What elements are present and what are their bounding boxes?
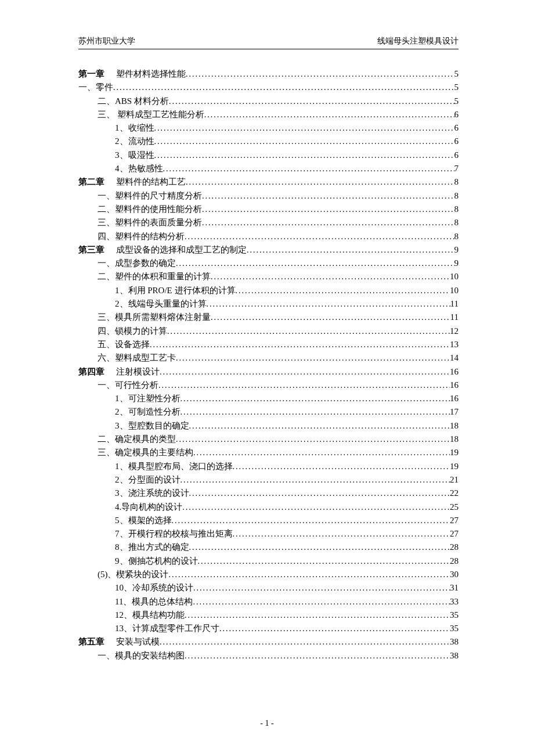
toc-leader-dots	[207, 298, 450, 311]
toc-entry: 3、浇注系统的设计22	[78, 486, 459, 499]
toc-entry-page: 6	[454, 148, 459, 162]
toc-entry: 三、塑料件的表面质量分析8	[78, 215, 459, 229]
toc-entry-label: (5)、楔紧块的设计	[98, 567, 169, 581]
toc-leader-dots	[185, 231, 454, 243]
toc-entry-label: 第一章塑件材料选择性能	[78, 67, 186, 81]
toc-entry-page: 6	[454, 121, 459, 135]
toc-leader-dots	[172, 514, 450, 527]
toc-leader-dots	[193, 582, 450, 595]
toc-entry-page: 8	[454, 175, 459, 189]
toc-entry-label: 第三章成型设备的选择和成型工艺的制定	[78, 243, 247, 257]
toc-entry-page: 10	[450, 283, 459, 297]
toc-entry-page: 33	[450, 595, 459, 609]
toc-entry-page: 8	[454, 202, 459, 216]
toc-leader-dots	[163, 163, 454, 175]
toc-entry-page: 18	[450, 432, 459, 446]
toc-entry-page: 25	[450, 500, 459, 514]
toc-leader-dots	[189, 487, 450, 500]
toc-entry: 1、利用 PRO/E 进行体积的计算10	[78, 283, 459, 297]
toc-entry-label: 2、流动性	[115, 134, 154, 148]
toc-entry: 三、确定模具的主要结构19	[78, 445, 459, 459]
toc-entry-page: 6	[454, 107, 459, 121]
toc-entry-label: 一、零件	[78, 80, 113, 94]
toc-leader-dots	[204, 109, 454, 121]
toc-entry-page: 11	[450, 310, 459, 324]
toc-leader-dots	[154, 122, 454, 135]
toc-leader-dots	[186, 176, 454, 189]
toc-entry: 第一章塑件材料选择性能5	[78, 67, 459, 80]
toc-leader-dots	[211, 271, 450, 283]
toc-entry: 一、可行性分析16	[78, 378, 459, 391]
toc-entry-page: 16	[450, 378, 459, 392]
toc-leader-dots	[169, 95, 454, 108]
toc-leader-dots	[219, 622, 450, 635]
toc-entry: 四、塑料件的结构分析8	[78, 229, 459, 243]
toc-entry: 第四章注射模设计16	[78, 365, 459, 378]
toc-entry-label: 2、可制造性分析	[115, 405, 181, 419]
toc-entry-label: 1、可注塑性分析	[115, 391, 181, 405]
toc-entry: 一、零件5	[78, 80, 459, 93]
toc-entry-page: 8	[454, 215, 459, 229]
toc-entry: 三、 塑料成型工艺性能分析6	[78, 107, 459, 121]
toc-entry-page: 35	[450, 621, 459, 635]
toc-entry-label: 五、设备选择	[98, 337, 150, 351]
toc-leader-dots	[181, 393, 450, 405]
toc-entry-label: 10、冷却系统的设计	[115, 581, 193, 595]
toc-entry: 六、塑料成型工艺卡14	[78, 351, 459, 364]
toc-leader-dots	[150, 339, 450, 351]
toc-entry-page: 27	[450, 527, 459, 541]
toc-entry: 1、可注塑性分析16	[78, 391, 459, 405]
toc-leader-dots	[202, 203, 454, 216]
toc-leader-dots	[236, 285, 450, 297]
toc-entry-label: 9、侧抽芯机构的设计	[115, 554, 198, 568]
toc-entry: (5)、楔紧块的设计30	[78, 567, 459, 581]
toc-entry-label: 三、塑料件的表面质量分析	[98, 215, 202, 229]
toc-entry-label: 1、利用 PRO/E 进行体积的计算	[115, 283, 236, 297]
toc-entry-page: 7	[454, 161, 459, 175]
toc-entry-label: 12、模具结构功能	[115, 608, 185, 622]
toc-entry-label: 二、ABS 材料分析	[98, 94, 169, 108]
toc-entry-label: 11、模具的总体结构	[115, 595, 193, 609]
toc-entry: 第五章安装与试模38	[78, 635, 459, 648]
toc-entry: 10、冷却系统的设计31	[78, 581, 459, 594]
toc-entry-label: 三、确定模具的主要结构	[98, 445, 193, 459]
toc-leader-dots	[202, 190, 454, 203]
toc-entry-label: 第二章塑料件的结构工艺	[78, 175, 186, 189]
toc-entry: 五、设备选择13	[78, 337, 459, 351]
toc-leader-dots	[154, 149, 454, 162]
toc-entry-page: 19	[450, 459, 459, 473]
toc-leader-dots	[176, 352, 450, 365]
toc-leader-dots	[185, 609, 450, 622]
toc-entry-label: 一、成型参数的确定	[98, 256, 176, 270]
toc-entry-page: 5	[454, 67, 459, 81]
toc-entry-page: 9	[454, 243, 459, 257]
toc-entry-label: 四、塑料件的结构分析	[98, 229, 185, 243]
toc-entry: 4、热敏感性7	[78, 161, 459, 175]
toc-entry: 第三章成型设备的选择和成型工艺的制定9	[78, 243, 459, 256]
toc-leader-dots	[189, 420, 450, 433]
toc-entry-label: 3、吸湿性	[115, 148, 154, 162]
toc-entry: 一、塑料件的尺寸精度分析8	[78, 189, 459, 202]
toc-entry-label: 1、收缩性	[115, 121, 154, 135]
toc-leader-dots	[182, 501, 450, 514]
toc-entry: 三、模具所需塑料熔体注射量11	[78, 310, 459, 323]
toc-entry: 2、可制造性分析17	[78, 405, 459, 418]
toc-entry-label: 3、浇注系统的设计	[115, 486, 189, 500]
document-page: 苏州市职业大学 线端母头注塑模具设计 第一章塑件材料选择性能5一、零件5二、AB…	[0, 0, 534, 756]
toc-leader-dots	[193, 447, 450, 459]
toc-entry-label: 三、 塑料成型工艺性能分析	[98, 107, 204, 121]
toc-entry: 2、分型面的设计21	[78, 473, 459, 486]
toc-leader-dots	[176, 433, 450, 446]
toc-leader-dots	[176, 257, 454, 270]
toc-entry-page: 11	[450, 297, 459, 311]
toc-entry-label: 5、模架的选择	[115, 513, 172, 527]
page-footer: - 1 -	[0, 719, 534, 728]
header-divider	[78, 49, 459, 49]
toc-entry-page: 27	[450, 513, 459, 527]
toc-leader-dots	[158, 379, 450, 392]
header-right: 线端母头注塑模具设计	[377, 36, 459, 46]
toc-entry-page: 22	[450, 486, 459, 500]
toc-entry-label: 4.导向机构的设计	[115, 500, 182, 514]
toc-entry: 二、ABS 材料分析5	[78, 94, 459, 107]
toc-entry: 一、模具的安装结构图38	[78, 649, 459, 662]
